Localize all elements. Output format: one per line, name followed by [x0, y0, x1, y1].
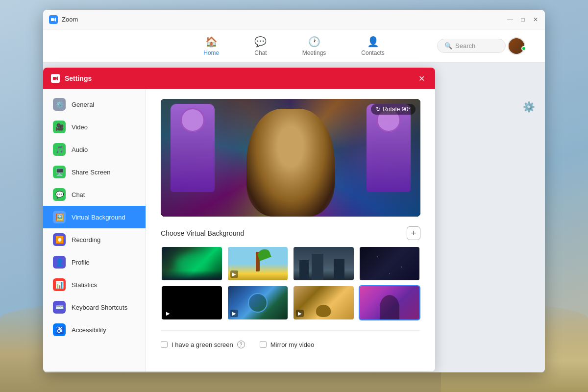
sidebar-chat-label: Chat: [72, 191, 85, 198]
close-button[interactable]: ✕: [532, 16, 539, 23]
video-thumb-icon-2: ▶: [164, 310, 172, 317]
settings-logo: [51, 74, 60, 83]
statistics-icon: 📊: [53, 278, 66, 291]
settings-close-button[interactable]: ✕: [416, 73, 427, 84]
minimize-button[interactable]: —: [507, 16, 514, 23]
app-logo: [49, 15, 58, 24]
video-icon: 🎥: [53, 121, 66, 133]
bg-thumb-beach[interactable]: ▶: [227, 246, 289, 281]
aurora-preview: [162, 247, 222, 280]
window-controls: — □ ✕: [507, 16, 539, 23]
sidebar-item-profile[interactable]: 👤 Profile: [43, 251, 146, 273]
main-content: ⚙️ Settings ✕ ⚙️ General: [43, 63, 545, 372]
bg-thumb-dog[interactable]: ▶: [293, 285, 355, 320]
rotate-button[interactable]: ↻ Rotate 90°: [371, 104, 416, 115]
sidebar-item-share-screen[interactable]: 🖥️ Share Screen: [43, 161, 146, 183]
sidebar-item-general[interactable]: ⚙️ General: [43, 93, 146, 116]
party-preview: [360, 286, 420, 319]
bg-thumb-party[interactable]: [359, 285, 421, 320]
video-preview-inner: ↻ Rotate 90°: [161, 99, 420, 217]
sidebar-item-keyboard-shortcuts[interactable]: ⌨️ Keyboard Shortcuts: [43, 296, 146, 318]
robot-right: [367, 104, 411, 192]
rotate-icon: ↻: [376, 106, 381, 113]
tab-meetings[interactable]: 🕐 Meetings: [294, 32, 334, 60]
sidebar-audio-label: Audio: [72, 146, 88, 153]
bg-thumb-aurora[interactable]: [161, 246, 223, 281]
vbg-header: Choose Virtual Background +: [161, 226, 420, 240]
tab-home-label: Home: [203, 49, 219, 56]
virtual-bg-icon: 🖼️: [53, 211, 66, 223]
sidebar-item-video[interactable]: 🎥 Video: [43, 116, 146, 138]
green-screen-help-icon[interactable]: ?: [237, 341, 245, 348]
video-thumb-icon-4: ▶: [296, 310, 304, 317]
accessibility-icon: ♿: [53, 323, 66, 336]
video-preview: ↻ Rotate 90°: [161, 99, 420, 217]
search-box[interactable]: 🔍 Search: [437, 39, 506, 53]
app-title: Zoom: [62, 16, 507, 23]
settings-header: Settings ✕: [43, 68, 435, 89]
sidebar-vbg-label: Virtual Background: [72, 214, 125, 221]
sidebar-item-statistics[interactable]: 📊 Statistics: [43, 273, 146, 296]
sidebar-item-virtual-background[interactable]: 🖼️ Virtual Background: [43, 206, 146, 228]
tab-home[interactable]: 🏠 Home: [196, 32, 227, 60]
search-icon: 🔍: [444, 42, 452, 49]
sidebar-item-chat[interactable]: 💬 Chat: [43, 183, 146, 206]
zoom-window: Zoom — □ ✕ 🏠 Home 💬 Chat 🕐 Meetings 👤 Co: [43, 10, 545, 372]
settings-modal: Settings ✕ ⚙️ General 🎥 Video 🎵: [43, 68, 435, 371]
sidebar-statistics-label: Statistics: [72, 281, 97, 289]
tab-contacts[interactable]: 👤 Contacts: [353, 32, 392, 60]
vbg-title: Choose Virtual Background: [161, 229, 244, 237]
bg-thumb-earth[interactable]: ▶: [227, 285, 289, 320]
share-screen-icon: 🖥️: [53, 166, 66, 178]
tab-chat-label: Chat: [254, 49, 267, 56]
nav-tabs: 🏠 Home 💬 Chat 🕐 Meetings 👤 Contacts: [196, 32, 392, 60]
maximize-button[interactable]: □: [519, 16, 526, 23]
green-screen-option[interactable]: I have a green screen ?: [161, 341, 245, 348]
add-background-button[interactable]: +: [407, 226, 420, 240]
plus-icon: +: [411, 229, 416, 238]
mirror-video-option[interactable]: Mirror my video: [260, 341, 315, 348]
mirror-video-label: Mirror my video: [270, 341, 315, 348]
settings-body: ⚙️ General 🎥 Video 🎵 Audio 🖥️ Share Scre…: [43, 89, 435, 371]
audio-icon: 🎵: [53, 143, 66, 156]
home-icon: 🏠: [205, 36, 218, 48]
sidebar-accessibility-label: Accessibility: [72, 326, 106, 334]
rotate-label: Rotate 90°: [383, 106, 411, 113]
bg-thumb-city[interactable]: [293, 246, 355, 281]
sidebar-general-label: General: [72, 101, 94, 108]
sidebar-recording-label: Recording: [72, 236, 100, 244]
sidebar-video-label: Video: [72, 123, 88, 131]
video-thumb-icon-3: ▶: [230, 310, 238, 317]
settings-content: ↻ Rotate 90° Choose Virtual Background +: [146, 89, 435, 371]
sidebar-item-recording[interactable]: ⏺️ Recording: [43, 228, 146, 251]
svg-marker-1: [54, 18, 56, 22]
keyboard-icon: ⌨️: [53, 301, 66, 314]
city-preview: [294, 247, 354, 280]
vbg-grid: ▶: [161, 246, 420, 320]
nav-bar: 🏠 Home 💬 Chat 🕐 Meetings 👤 Contacts 🔍 Se…: [43, 29, 545, 63]
tab-chat[interactable]: 💬 Chat: [246, 32, 274, 60]
search-placeholder: Search: [455, 42, 475, 49]
vbg-options: I have a green screen ? Mirror my video: [161, 330, 420, 348]
mirror-video-checkbox[interactable]: [260, 341, 267, 348]
settings-sidebar: ⚙️ General 🎥 Video 🎵 Audio 🖥️ Share Scre…: [43, 89, 146, 371]
general-icon: ⚙️: [53, 98, 66, 111]
online-status-dot: [521, 46, 526, 51]
space-preview: [360, 247, 420, 280]
sidebar-item-audio[interactable]: 🎵 Audio: [43, 138, 146, 161]
video-thumb-icon: ▶: [230, 270, 238, 278]
sidebar-profile-label: Profile: [72, 259, 90, 266]
contacts-icon: 👤: [367, 36, 379, 48]
settings-title: Settings: [65, 74, 416, 82]
sidebar-item-accessibility[interactable]: ♿ Accessibility: [43, 318, 146, 341]
settings-gear-button[interactable]: ⚙️: [523, 101, 535, 113]
person-silhouette: [246, 109, 335, 217]
bg-thumb-space[interactable]: [359, 246, 421, 281]
svg-rect-0: [51, 18, 54, 21]
tab-meetings-label: Meetings: [302, 49, 326, 56]
green-screen-checkbox[interactable]: [161, 341, 168, 348]
chat-settings-icon: 💬: [53, 188, 66, 201]
svg-rect-2: [53, 77, 56, 80]
vbg-section: Choose Virtual Background +: [161, 226, 420, 320]
bg-thumb-black[interactable]: ▶: [161, 285, 223, 320]
